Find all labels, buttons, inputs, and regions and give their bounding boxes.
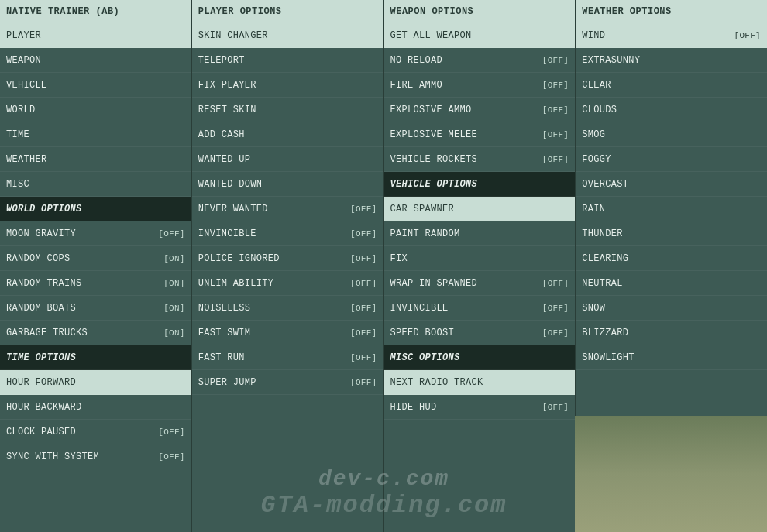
menu-item-col3-2[interactable]: FIRE AMMO[OFF] [384,73,576,98]
menu-item-label-col4-0: WIND [582,30,727,41]
menu-item-label-col1-5: WEATHER [6,154,185,165]
menu-item-label-col4-1: EXTRASUNNY [582,55,761,66]
menu-item-col3-15[interactable]: HIDE HUD[OFF] [384,395,576,420]
menu-item-col1-0[interactable]: PLAYER [0,23,191,48]
menu-item-col1-6[interactable]: MISC [0,172,191,197]
menu-item-col1-10[interactable]: RANDOM TRAINS[ON] [0,271,191,296]
menu-item-col3-0[interactable]: GET ALL WEAPON [384,23,576,48]
menu-item-label-col4-4: SMOG [582,129,761,140]
menu-item-col2-1[interactable]: TELEPORT [192,48,384,73]
menu-item-col3-5[interactable]: VEHICLE ROCKETS[OFF] [384,147,576,172]
menu-item-col4-12[interactable]: BLIZZARD [576,321,767,345]
menu-item-col1-11[interactable]: RANDOM BOATS[ON] [0,296,191,321]
menu-item-label-col3-2: FIRE AMMO [390,80,536,91]
menu-item-col3-4[interactable]: EXPLOSIVE MELEE[OFF] [384,122,576,147]
menu-item-col2-13[interactable]: FAST RUN[OFF] [192,345,384,370]
menu-item-label-col2-4: ADD CASH [198,129,377,140]
menu-item-col3-12[interactable]: SPEED BOOST[OFF] [384,321,576,345]
menu-item-col4-6[interactable]: OVERCAST [576,172,767,197]
menu-item-col4-4[interactable]: SMOG [576,122,767,147]
menu-item-col2-2[interactable]: FIX PLAYER [192,73,384,98]
menu-item-col2-4[interactable]: ADD CASH [192,122,384,147]
menu-item-label-col3-7: CAR SPAWNER [390,204,569,215]
column-header-col4: WEATHER OPTIONS [576,0,767,23]
menu-item-col1-2[interactable]: VEHICLE [0,73,191,98]
menu-item-label-col3-9: FIX [390,253,569,264]
menu-item-label-col2-6: WANTED DOWN [198,179,377,190]
menu-item-label-col4-8: THUNDER [582,228,761,239]
menu-item-col1-12[interactable]: GARBAGE TRUCKS[ON] [0,321,191,345]
menu-item-col3-13: MISC OPTIONS [384,345,576,370]
menu-item-col3-10[interactable]: WRAP IN SPAWNED[OFF] [384,271,576,296]
menu-item-col1-7: WORLD OPTIONS [0,197,191,221]
menu-item-col4-10[interactable]: NEUTRAL [576,271,767,296]
menu-item-col4-8[interactable]: THUNDER [576,221,767,246]
menu-item-col4-9[interactable]: CLEARING [576,246,767,271]
menu-item-badge-col2-14: [OFF] [344,378,377,387]
menu-item-label-col1-6: MISC [6,179,185,190]
column-header-col1: NATIVE TRAINER (AB) [0,0,191,23]
menu-item-col3-7[interactable]: CAR SPAWNER [384,197,576,221]
menu-item-label-col2-1: TELEPORT [198,55,377,66]
menu-item-col2-11[interactable]: NOISELESS[OFF] [192,296,384,321]
menu-item-label-col1-13: TIME OPTIONS [6,352,185,363]
menu-item-col4-3[interactable]: CLOUDS [576,98,767,122]
menu-item-col1-3[interactable]: WORLD [0,98,191,122]
menu-item-col4-1[interactable]: EXTRASUNNY [576,48,767,73]
column-col2: PLAYER OPTIONSSKIN CHANGERTELEPORTFIX PL… [192,0,384,532]
menu-item-col2-10[interactable]: UNLIM ABILITY[OFF] [192,271,384,296]
menu-item-label-col1-4: TIME [6,129,185,140]
menu-item-col2-12[interactable]: FAST SWIM[OFF] [192,321,384,345]
column-col1: NATIVE TRAINER (AB)PLAYERWEAPONVEHICLEWO… [0,0,192,532]
menu-item-col1-9[interactable]: RANDOM COPS[ON] [0,246,191,271]
menu-item-col2-0[interactable]: SKIN CHANGER [192,23,384,48]
menu-item-col2-3[interactable]: RESET SKIN [192,98,384,122]
menu-item-col2-7[interactable]: NEVER WANTED[OFF] [192,197,384,221]
menu-item-col1-17[interactable]: SYNC WITH SYSTEM[OFF] [0,444,191,469]
menu-item-col4-13[interactable]: SNOWLIGHT [576,345,767,370]
menu-item-label-col2-9: POLICE IGNORED [198,253,344,264]
menu-item-col2-5[interactable]: WANTED UP [192,147,384,172]
menu-item-label-col3-11: INVINCIBLE [390,303,536,314]
menu-item-label-col3-3: EXPLOSIVE AMMO [390,105,536,115]
menu-item-col4-2[interactable]: CLEAR [576,73,767,98]
menu-item-col3-9[interactable]: FIX [384,246,576,271]
menu-item-col2-8[interactable]: INVINCIBLE[OFF] [192,221,384,246]
menu-item-badge-col1-10: [ON] [157,279,185,288]
menu-item-col4-5[interactable]: FOGGY [576,147,767,172]
menu-item-col2-14[interactable]: SUPER JUMP[OFF] [192,370,384,395]
menu-item-label-col2-0: SKIN CHANGER [198,30,377,41]
menu-item-col1-5[interactable]: WEATHER [0,147,191,172]
menu-item-label-col4-6: OVERCAST [582,179,761,190]
menu-item-label-col1-9: RANDOM COPS [6,253,157,264]
menu-item-badge-col4-0: [OFF] [727,31,761,40]
menu-item-col1-8[interactable]: MOON GRAVITY[OFF] [0,221,191,246]
menu-item-col1-14[interactable]: HOUR FORWARD [0,370,191,395]
menu-item-col3-1[interactable]: NO RELOAD[OFF] [384,48,576,73]
menu-item-label-col1-11: RANDOM BOATS [6,303,157,314]
menu-item-label-col4-10: NEUTRAL [582,278,761,289]
menu-item-label-col3-13: MISC OPTIONS [390,352,569,363]
menu-item-col1-15[interactable]: HOUR BACKWARD [0,395,191,420]
menu-item-badge-col2-8: [OFF] [344,229,377,239]
menu-item-label-col4-2: CLEAR [582,80,761,91]
menu-item-col3-8[interactable]: PAINT RANDOM [384,221,576,246]
menu-item-col4-0[interactable]: WIND[OFF] [576,23,767,48]
menu-item-col1-1[interactable]: WEAPON [0,48,191,73]
menu-item-badge-col3-11: [OFF] [536,304,569,313]
menu-item-col1-4[interactable]: TIME [0,122,191,147]
menu-item-label-col3-0: GET ALL WEAPON [390,30,569,41]
menu-item-label-col3-8: PAINT RANDOM [390,228,569,239]
menu-item-col3-11[interactable]: INVINCIBLE[OFF] [384,296,576,321]
menu-item-col2-9[interactable]: POLICE IGNORED[OFF] [192,246,384,271]
menu-item-col2-6[interactable]: WANTED DOWN [192,172,384,197]
menu-item-col3-3[interactable]: EXPLOSIVE AMMO[OFF] [384,98,576,122]
menu-item-col4-11[interactable]: SNOW [576,296,767,321]
menu-item-label-col4-11: SNOW [582,303,761,314]
menu-item-col3-14[interactable]: NEXT RADIO TRACK [384,370,576,395]
watermark: dev-c.com GTA-modding.com [192,455,576,532]
menu-item-col4-7[interactable]: RAIN [576,197,767,221]
column-header-col2: PLAYER OPTIONS [192,0,384,23]
menu-item-col1-16[interactable]: CLOCK PAUSED[OFF] [0,420,191,444]
menu-item-badge-col3-10: [OFF] [536,279,569,288]
